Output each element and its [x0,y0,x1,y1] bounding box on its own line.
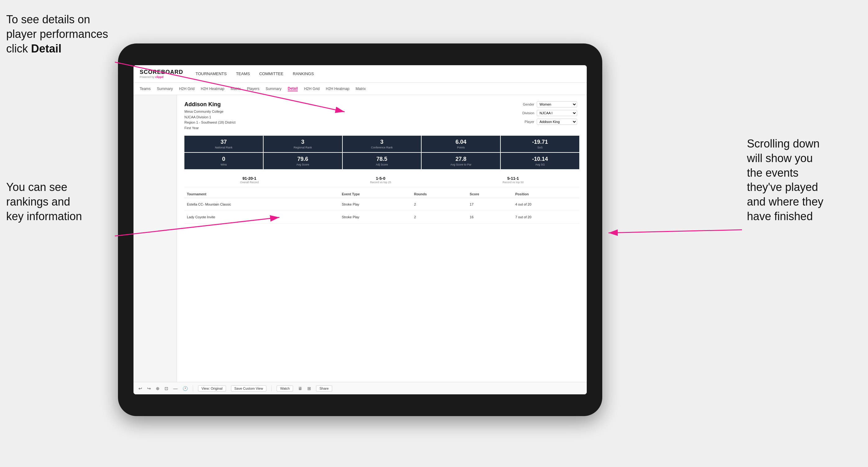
view-original-button[interactable]: View: Original [198,385,226,392]
annotation-topleft: To see details onplayer performancesclic… [6,12,112,56]
regional-rank-value: 3 [266,139,340,145]
minus-icon[interactable]: — [173,386,178,391]
stat-adj-score: 78.5 Adj Score [343,153,421,169]
stat-wins: 0 Wins [184,153,263,169]
division-label: Division [517,111,534,115]
points-label: Points [424,146,498,149]
toolbar-separator2 [271,385,272,392]
annotation-bottomleft: You can seerankings andkey information [6,180,118,224]
row2-rounds: 2 [412,211,467,224]
sub-nav-summary[interactable]: Summary [157,87,173,91]
top50-record-value: 5-11-1 [503,176,524,181]
content-area: Addison King Mesa Community College NJCA… [133,95,587,382]
stat-conference-rank: 3 Conference Rank [343,136,421,152]
stat-avg-score: 79.6 Avg Score [264,153,342,169]
sub-nav-h2h-heatmap[interactable]: H2H Heatmap [201,87,224,91]
nav-committee[interactable]: COMMITTEE [259,71,283,76]
undo-icon[interactable]: ↩ [138,386,142,391]
player-controls: Gender Women Division NJCAA I [517,101,579,131]
row1-position: 4 out of 20 [513,198,579,211]
adj-score-label: Adj Score [345,163,420,166]
stats-row1: 37 National Rank 3 Regional Rank 3 Confe… [184,136,579,152]
col-rounds: Rounds [412,190,467,198]
nav-items: TOURNAMENTS TEAMS COMMITTEE RANKINGS [195,71,314,76]
gender-control: Gender Women [517,101,579,107]
player-label: Player [517,120,534,124]
stat-avg-score-par: 27.8 Avg Score to Par [422,153,500,169]
wins-value: 0 [186,156,261,162]
player-info: Addison King Mesa Community College NJCA… [184,101,235,131]
avg-score-value: 79.6 [266,156,340,162]
row2-position: 7 out of 20 [513,211,579,224]
main-content: Addison King Mesa Community College NJCA… [177,95,587,382]
nav-rankings[interactable]: RANKINGS [293,71,314,76]
logo: SCOREBOARD Powered by clippd [140,69,183,79]
adj-score-value: 78.5 [345,156,420,162]
stat-sos: -19.71 SoS [501,136,579,152]
svg-line-3 [609,230,742,233]
powered-by: Powered by clippd [140,75,183,79]
stat-national-rank: 37 National Rank [184,136,263,152]
regional-rank-label: Regional Rank [266,146,340,149]
stats-row2: 0 Wins 79.6 Avg Score 78.5 Adj Score 27.… [184,153,579,169]
sub-nav-h2h-grid2[interactable]: H2H Grid [304,87,319,91]
points-value: 6.04 [424,139,498,145]
gender-select[interactable]: Women [537,101,577,107]
sub-nav-players[interactable]: Players [247,87,259,91]
sub-nav-detail[interactable]: Detail [288,86,298,91]
division-select[interactable]: NJCAA I [537,110,577,116]
annotation-right-text: Scrolling downwill show youthe eventsthe… [747,137,823,223]
sub-nav-matrix[interactable]: Matrix [231,87,241,91]
national-rank-label: National Rank [186,146,261,149]
table-row: Lady Coyote Invite Stroke Play 2 16 7 ou… [184,211,579,224]
avg-sg-label: Avg SG [503,163,578,166]
national-rank-value: 37 [186,139,261,145]
row2-score: 16 [467,211,513,224]
gender-label: Gender [517,102,534,106]
annotation-bottomleft-text: You can seerankings andkey information [6,181,82,223]
top50-record: 5-11-1 Record vs top 50 [503,176,524,184]
row1-score: 17 [467,198,513,211]
sub-nav-summary2[interactable]: Summary [266,87,281,91]
share-button[interactable]: Share [316,385,332,392]
sos-value: -19.71 [503,139,578,145]
col-score: Score [467,190,513,198]
nav-teams[interactable]: TEAMS [236,71,250,76]
row2-tournament: Lady Coyote Invite [184,211,339,224]
fit-icon[interactable]: ⊡ [164,386,168,391]
clock-icon[interactable]: 🕐 [183,386,188,391]
col-event-type: Event Type [339,190,412,198]
player-year: First Year [184,125,235,131]
player-header: Addison King Mesa Community College NJCA… [184,101,579,131]
row1-rounds: 2 [412,198,467,211]
sub-nav-h2h-grid[interactable]: H2H Grid [179,87,195,91]
sidebar [133,95,177,382]
nav-tournaments[interactable]: TOURNAMENTS [195,71,227,76]
conference-rank-value: 3 [345,139,420,145]
top25-record-label: Record vs top 25 [370,181,391,184]
grid-icon[interactable]: ⊞ [307,386,311,391]
stat-regional-rank: 3 Regional Rank [264,136,342,152]
col-position: Position [513,190,579,198]
top25-record-value: 1-5-0 [370,176,391,181]
zoom-icon[interactable]: ⊕ [156,386,160,391]
tournament-table: Tournament Event Type Rounds Score Posit… [184,190,579,224]
avg-score-par-label: Avg Score to Par [424,163,498,166]
screen-icon[interactable]: 🖥 [298,386,302,391]
player-division: NJCAA Division 1 [184,115,235,120]
overall-record-label: Overall Record [240,181,258,184]
redo-icon[interactable]: ↪ [147,386,151,391]
row2-event-type: Stroke Play [339,211,412,224]
watch-button[interactable]: Watch [277,385,293,392]
bottom-toolbar: ↩ ↪ ⊕ ⊡ — 🕐 View: Original Save Custom V… [133,382,587,394]
save-custom-view-button[interactable]: Save Custom View [231,385,267,392]
sub-nav-h2h-heatmap2[interactable]: H2H Heatmap [326,87,349,91]
sub-nav-teams[interactable]: Teams [140,87,151,91]
sub-nav-matrix2[interactable]: Matrix [356,87,366,91]
annotation-right: Scrolling downwill show youthe eventsthe… [747,136,865,224]
top50-record-label: Record vs top 50 [503,181,524,184]
division-control: Division NJCAA I [517,110,579,116]
player-select[interactable]: Addison King [537,119,577,125]
stat-avg-sg: -10.14 Avg SG [501,153,579,169]
player-name: Addison King [184,101,235,108]
